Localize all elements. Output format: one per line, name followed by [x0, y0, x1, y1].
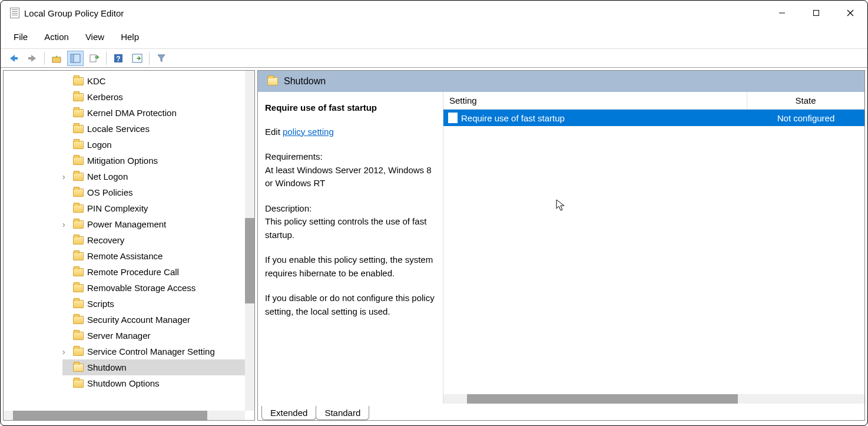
tree-item[interactable]: KDC: [62, 73, 254, 89]
list-header: Setting State: [443, 92, 864, 110]
description-para1: If you enable this policy setting, the s…: [265, 253, 436, 280]
filter-button[interactable]: [153, 51, 170, 66]
info-pane: Require use of fast startup Edit policy …: [258, 92, 443, 404]
svg-rect-6: [52, 57, 61, 62]
toolbar-separator: [149, 52, 150, 65]
folder-icon: [73, 332, 84, 340]
tree-item-label: Scripts: [87, 299, 114, 309]
tree-item-label: Service Control Manager Setting: [87, 346, 215, 356]
list-row[interactable]: Require use of fast startupNot configure…: [443, 110, 864, 126]
tree-horizontal-scrollbar[interactable]: [4, 411, 245, 420]
tree-item[interactable]: Remote Assistance: [62, 248, 254, 264]
tree-item[interactable]: Removable Storage Access: [62, 280, 254, 296]
folder-icon: [73, 220, 84, 229]
tree-item-label: Remote Procedure Call: [87, 267, 179, 277]
tree-item[interactable]: PIN Complexity: [62, 200, 254, 216]
folder-icon: [267, 77, 278, 85]
tree-item[interactable]: OS Policies: [62, 184, 254, 200]
menu-action[interactable]: Action: [36, 28, 77, 45]
tree-item-label: PIN Complexity: [87, 203, 148, 213]
tree-item[interactable]: Kernel DMA Protection: [62, 105, 254, 121]
requirements-label: Requirements:: [265, 150, 436, 164]
menu-help[interactable]: Help: [112, 28, 147, 45]
tree-item-label: Logon: [87, 140, 112, 150]
tree-item-label: Removable Storage Access: [87, 283, 196, 293]
list-pane: Setting State Require use of fast startu…: [443, 92, 864, 404]
policy-title: Require use of fast startup: [265, 101, 436, 115]
back-button[interactable]: [5, 51, 22, 66]
tree-item[interactable]: Service Control Manager Setting: [62, 344, 254, 359]
tree-scroll[interactable]: KDCKerberosKernel DMA ProtectionLocale S…: [4, 71, 254, 420]
tree-item[interactable]: Net Logon: [62, 169, 254, 184]
close-button[interactable]: [833, 1, 867, 25]
tree-vertical-scrollbar[interactable]: [245, 71, 254, 411]
content-body: Require use of fast startup Edit policy …: [258, 92, 864, 404]
tree-list: KDCKerberosKernel DMA ProtectionLocale S…: [4, 71, 254, 391]
tree-panel: KDCKerberosKernel DMA ProtectionLocale S…: [3, 70, 255, 421]
column-state[interactable]: State: [747, 92, 864, 109]
tree-item-label: Remote Assistance: [87, 251, 163, 261]
maximize-button[interactable]: [799, 1, 833, 25]
description-para2: If you disable or do not configure this …: [265, 292, 436, 318]
refresh-pane-button[interactable]: [129, 51, 145, 66]
description-label: Description:: [265, 202, 436, 216]
forward-button[interactable]: [24, 51, 41, 66]
up-button[interactable]: [48, 51, 65, 66]
tree-item[interactable]: Shutdown: [62, 359, 254, 375]
window-controls: [765, 1, 867, 25]
tree-item-label: Security Account Manager: [87, 315, 190, 325]
menu-view[interactable]: View: [77, 28, 112, 45]
tree-item[interactable]: Recovery: [62, 232, 254, 248]
policy-setting-link[interactable]: policy setting: [283, 127, 334, 137]
tab-extended[interactable]: Extended: [261, 406, 316, 420]
tree-item-label: Shutdown Options: [87, 378, 160, 388]
svg-rect-5: [28, 57, 32, 60]
scrollbar-thumb[interactable]: [467, 394, 738, 404]
tree-item-label: Net Logon: [87, 171, 128, 181]
tab-standard[interactable]: Standard: [316, 406, 369, 420]
titlebar-left: Local Group Policy Editor: [10, 8, 124, 18]
export-button[interactable]: [86, 51, 102, 66]
scrollbar-thumb[interactable]: [245, 218, 254, 303]
folder-icon: [73, 141, 84, 149]
show-hide-tree-button[interactable]: [67, 51, 84, 66]
tree-item[interactable]: Kerberos: [62, 89, 254, 105]
tree-item[interactable]: Shutdown Options: [62, 375, 254, 391]
tree-item[interactable]: Scripts: [62, 296, 254, 312]
setting-text: Require use of fast startup: [461, 113, 565, 123]
list-cell-setting: Require use of fast startup: [443, 113, 747, 123]
tree-item-label: OS Policies: [87, 187, 133, 197]
tree-item-label: Recovery: [87, 235, 124, 245]
edit-prefix: Edit: [265, 127, 283, 137]
tree-item[interactable]: Server Manager: [62, 328, 254, 344]
help-button[interactable]: ?: [110, 51, 127, 66]
tree-item[interactable]: Remote Procedure Call: [62, 264, 254, 280]
content-header-title: Shutdown: [284, 76, 326, 87]
titlebar: Local Group Policy Editor: [1, 1, 867, 25]
tree-item[interactable]: Locale Services: [62, 121, 254, 137]
folder-icon: [73, 316, 84, 324]
tree-item[interactable]: Security Account Manager: [62, 312, 254, 328]
folder-icon: [73, 125, 84, 133]
toolbar-separator: [44, 52, 45, 65]
list-horizontal-scrollbar[interactable]: [443, 394, 864, 404]
edit-line: Edit policy setting: [265, 126, 436, 139]
list-rows: Require use of fast startupNot configure…: [443, 110, 864, 394]
tree-item-label: Shutdown: [87, 362, 127, 372]
tree-item[interactable]: Mitigation Options: [62, 153, 254, 169]
main-area: KDCKerberosKernel DMA ProtectionLocale S…: [1, 68, 867, 423]
description-text: This policy setting controls the use of …: [265, 215, 436, 242]
tree-item[interactable]: Logon: [62, 137, 254, 153]
app-icon: [10, 8, 19, 18]
tree-item[interactable]: Power Management: [62, 216, 254, 232]
svg-rect-4: [14, 57, 18, 60]
scrollbar-thumb[interactable]: [13, 411, 207, 420]
tree-item-label: Server Manager: [87, 331, 151, 341]
column-setting[interactable]: Setting: [443, 92, 747, 109]
minimize-button[interactable]: [765, 1, 799, 25]
menu-file[interactable]: File: [5, 28, 36, 45]
svg-rect-1: [814, 11, 819, 16]
folder-icon: [73, 379, 84, 388]
folder-icon: [73, 157, 84, 165]
svg-rect-10: [90, 55, 96, 62]
